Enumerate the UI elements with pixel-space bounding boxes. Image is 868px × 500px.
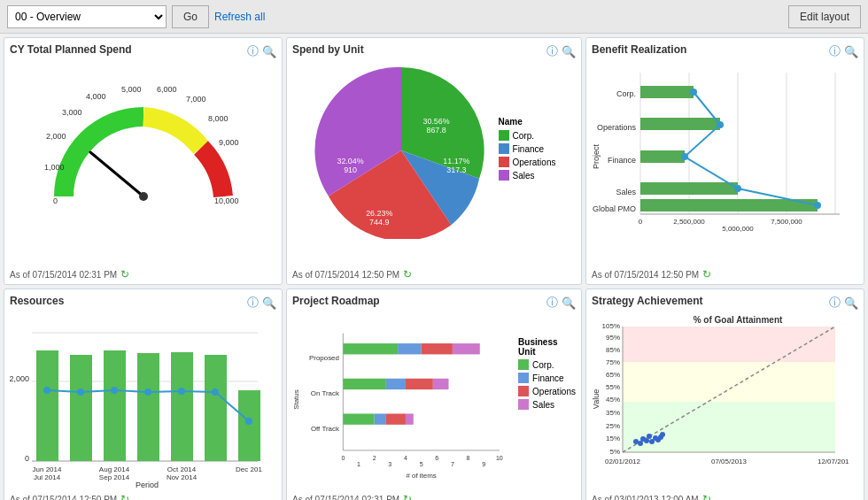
svg-text:Sales: Sales	[616, 188, 636, 196]
benefit-widget: Benefit Realization ⓘ 🔍 Project Corp. O	[585, 37, 864, 285]
benefit-footer: As of 07/15/2014 12:50 PM ↻	[592, 268, 711, 281]
svg-text:Status: Status	[292, 389, 300, 410]
top-bar: 00 - Overview Go Refresh all Edit layout	[0, 0, 868, 34]
svg-text:1,000: 1,000	[44, 163, 65, 172]
svg-text:7,000: 7,000	[186, 95, 206, 104]
svg-text:65%: 65%	[606, 371, 620, 379]
svg-text:25%: 25%	[606, 422, 620, 430]
svg-rect-34	[640, 182, 738, 195]
svg-text:Dec 201: Dec 201	[236, 465, 262, 473]
svg-rect-79	[398, 343, 421, 354]
svg-text:2,000: 2,000	[10, 374, 29, 383]
roadmap-refresh-icon[interactable]: ↻	[403, 493, 412, 500]
svg-point-39	[681, 153, 688, 160]
svg-point-124	[638, 441, 643, 446]
svg-text:5,000: 5,000	[121, 85, 142, 94]
legend-corp: Corp.	[499, 130, 556, 141]
resources-refresh-icon[interactable]: ↻	[120, 493, 129, 500]
svg-text:45%: 45%	[606, 396, 620, 404]
search-icon[interactable]: 🔍	[844, 45, 858, 58]
edit-layout-button[interactable]: Edit layout	[788, 5, 861, 28]
svg-text:35%: 35%	[606, 409, 620, 417]
svg-point-41	[814, 202, 821, 209]
svg-text:Nov 2014: Nov 2014	[167, 473, 198, 481]
info-icon[interactable]: ⓘ	[829, 43, 841, 59]
dashboard-grid: CY Total Planned Spend ⓘ 🔍 0 1,000 2,000…	[0, 34, 868, 500]
svg-text:317.3: 317.3	[446, 165, 466, 173]
roadmap-legend: Business Unit Corp. Finance Operations S…	[518, 311, 576, 483]
resources-icons: ⓘ 🔍	[247, 295, 276, 311]
svg-rect-107	[623, 362, 835, 402]
svg-point-126	[644, 438, 649, 443]
go-button[interactable]: Go	[172, 5, 209, 28]
svg-text:105%: 105%	[602, 322, 620, 330]
svg-point-65	[245, 418, 252, 425]
pie-timestamp: As of 07/15/2014 12:50 PM	[292, 270, 399, 280]
svg-rect-36	[640, 199, 818, 212]
search-icon[interactable]: 🔍	[262, 45, 276, 58]
legend-sales: Sales	[499, 170, 556, 181]
pie-legend: Name Corp. Finance Operations Sales	[499, 117, 556, 183]
roadmap-footer: As of 07/15/2014 02:31 PM ↻	[292, 493, 412, 500]
strategy-widget: Strategy Achievement ⓘ 🔍 % of Goal Attai…	[585, 288, 864, 500]
svg-text:910: 910	[344, 165, 357, 173]
info-icon[interactable]: ⓘ	[546, 295, 558, 311]
search-icon[interactable]: 🔍	[844, 296, 858, 310]
refresh-all-link[interactable]: Refresh all	[214, 11, 265, 23]
svg-text:Period: Period	[136, 481, 159, 488]
svg-text:Sep 2014: Sep 2014	[99, 473, 130, 481]
roadmap-title: Project Roadmap	[292, 295, 576, 307]
resources-footer: As of 07/15/2014 12:50 PM ↻	[10, 493, 129, 500]
svg-text:Global PMO: Global PMO	[593, 204, 636, 213]
svg-text:4: 4	[404, 455, 407, 461]
svg-point-59	[43, 387, 50, 394]
dashboard-dropdown[interactable]: 00 - Overview	[7, 5, 167, 28]
svg-point-61	[111, 387, 118, 394]
svg-text:Jun 2014: Jun 2014	[33, 465, 62, 473]
strategy-title: Strategy Achievement	[592, 295, 858, 307]
svg-text:6: 6	[435, 455, 438, 461]
svg-rect-53	[70, 355, 92, 461]
svg-text:8: 8	[467, 455, 470, 461]
gauge-icons: ⓘ 🔍	[247, 43, 276, 59]
info-icon[interactable]: ⓘ	[546, 43, 558, 59]
svg-rect-81	[453, 343, 480, 354]
resources-chart: 0 2,000	[10, 311, 276, 483]
svg-text:Operations: Operations	[597, 123, 637, 132]
svg-text:75%: 75%	[606, 358, 620, 366]
svg-point-12	[139, 192, 148, 201]
strategy-icons: ⓘ 🔍	[829, 295, 858, 311]
svg-text:Finance: Finance	[608, 156, 636, 165]
svg-text:5%: 5%	[609, 448, 620, 456]
svg-point-38	[717, 121, 724, 128]
search-icon[interactable]: 🔍	[262, 296, 276, 310]
svg-rect-84	[386, 379, 406, 389]
svg-text:8,000: 8,000	[208, 114, 229, 123]
svg-rect-80	[422, 343, 453, 354]
svg-text:6,000: 6,000	[157, 85, 177, 94]
svg-text:0: 0	[639, 218, 643, 226]
svg-text:Value: Value	[592, 389, 601, 409]
gauge-refresh-icon[interactable]: ↻	[120, 268, 129, 281]
benefit-chart: Project Corp. Operations Finance Sale	[592, 59, 858, 245]
svg-line-11	[90, 152, 143, 196]
search-icon[interactable]: 🔍	[562, 296, 576, 310]
roadmap-chart-container: Status Proposed On Track Off Track	[292, 311, 576, 483]
svg-rect-86	[433, 379, 449, 389]
info-icon[interactable]: ⓘ	[829, 295, 841, 311]
gauge-title: CY Total Planned Spend	[10, 43, 276, 56]
resources-title: Resources	[10, 295, 276, 307]
svg-text:0: 0	[25, 454, 29, 463]
info-icon[interactable]: ⓘ	[247, 295, 259, 311]
strategy-footer: As of 03/01/2013 12:00 AM ↻	[592, 493, 711, 500]
search-icon[interactable]: 🔍	[562, 45, 576, 58]
pie-refresh-icon[interactable]: ↻	[403, 268, 412, 281]
svg-text:4,000: 4,000	[86, 92, 106, 101]
resources-timestamp: As of 07/15/2014 12:50 PM	[10, 495, 117, 501]
roadmap-timestamp: As of 07/15/2014 02:31 PM	[292, 495, 399, 501]
info-icon[interactable]: ⓘ	[247, 43, 259, 59]
svg-rect-56	[171, 352, 193, 461]
strategy-refresh-icon[interactable]: ↻	[702, 493, 711, 500]
svg-rect-83	[343, 379, 386, 389]
benefit-refresh-icon[interactable]: ↻	[702, 268, 711, 281]
